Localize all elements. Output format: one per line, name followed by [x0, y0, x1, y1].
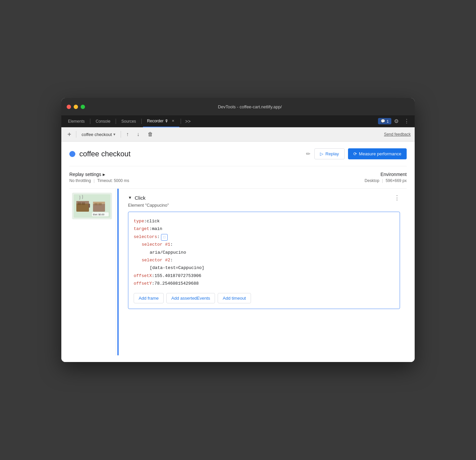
tab-console-label: Console — [96, 119, 110, 124]
tab-recorder[interactable]: Recorder 🎙 ✕ — [143, 115, 179, 127]
sidebar: Etot: $0.00 — [69, 189, 116, 355]
tabs-bar: Elements Console Sources Recorder 🎙 ✕ >>… — [61, 115, 415, 127]
code-selector2-line: selector #2 : — [134, 256, 394, 264]
code-offsety-line: offsetY : 78.25460815429688 — [134, 280, 394, 287]
replay-settings-values: No throttling | Timeout: 5000 ms — [69, 178, 238, 183]
step-content: ▼ Click ⋮ Element "Cappucino" type : cli… — [128, 194, 400, 309]
tab-sources[interactable]: Sources — [117, 115, 140, 127]
trash-icon: 🗑 — [148, 131, 153, 137]
tab-elements[interactable]: Elements — [64, 115, 89, 127]
timeout-value: Timeout: 5000 ms — [97, 178, 129, 183]
tab-elements-label: Elements — [68, 119, 85, 124]
edit-title-button[interactable]: ✏ — [306, 151, 310, 157]
import-button[interactable]: ↓ — [134, 130, 142, 139]
recording-indicator — [69, 151, 75, 157]
code-selectors-colon: : — [157, 233, 160, 241]
svg-rect-3 — [78, 202, 81, 205]
traffic-lights — [67, 105, 85, 109]
feedback-icon: 💬 — [381, 119, 385, 123]
tab-divider-1 — [90, 119, 90, 124]
code-type-line: type : click — [134, 217, 394, 225]
code-offsetx-key: offsetX — [134, 272, 152, 280]
tab-console[interactable]: Console — [92, 115, 114, 127]
feedback-button[interactable]: 💬 1 — [378, 118, 391, 124]
chevron-down-icon: ▾ — [113, 132, 115, 137]
step-item: ▼ Click ⋮ Element "Cappucino" type : cli… — [128, 194, 400, 309]
minimize-button[interactable] — [74, 105, 78, 109]
performance-icon: ⟳ — [353, 151, 357, 156]
code-block: type : click target : main selectors — [128, 212, 400, 309]
svg-rect-8 — [94, 203, 98, 205]
tab-recorder-label: Recorder — [147, 119, 163, 123]
add-recording-button[interactable]: + — [65, 131, 73, 138]
settings-row: Replay settings ▶ No throttling | Timeou… — [69, 166, 407, 189]
delete-button[interactable]: 🗑 — [145, 130, 156, 139]
replay-button[interactable]: ▷ Replay — [314, 148, 344, 159]
code-selector2-val-line: [data-test=Cappucino] — [134, 264, 394, 272]
measure-performance-button[interactable]: ⟳ Measure performance — [348, 148, 407, 159]
toolbar-divider — [76, 131, 76, 138]
env-separator: | — [382, 178, 383, 183]
tab-recorder-close[interactable]: ✕ — [171, 119, 175, 123]
more-tabs-button[interactable]: >> — [182, 119, 193, 124]
code-selectors-key: selectors — [134, 233, 157, 241]
close-button[interactable] — [67, 105, 71, 109]
export-button[interactable]: ↑ — [124, 130, 132, 139]
code-target-line: target : main — [134, 225, 394, 233]
devtools-window: DevTools - coffee-cart.netlify.app/ Elem… — [61, 98, 415, 362]
maximize-button[interactable] — [81, 105, 85, 109]
upload-icon: ↑ — [126, 131, 129, 137]
code-selector1-val: aria/Cappucino — [150, 249, 186, 256]
recording-dropdown-label: coffee checkout — [82, 132, 112, 137]
send-feedback-button[interactable]: Send feedback — [384, 132, 411, 137]
replay-settings-label: Replay settings — [69, 172, 101, 177]
recording-dropdown[interactable]: coffee checkout ▾ — [79, 131, 118, 138]
environment-values: Desktop | 596×669 px — [238, 178, 407, 183]
code-offsety-key: offsetY — [134, 280, 152, 287]
settings-button[interactable]: ⚙ — [391, 118, 401, 124]
header-buttons: ▷ Replay ⟳ Measure performance — [314, 148, 407, 159]
add-timeout-button[interactable]: Add timeout — [218, 293, 251, 303]
code-selector2-val: [data-test=Cappucino] — [150, 264, 204, 272]
code-offsety-val: 78.25460815429688 — [154, 280, 199, 287]
more-options-button[interactable]: ⋮ — [401, 118, 412, 124]
svg-text:Etot: $0.00: Etot: $0.00 — [93, 213, 104, 216]
main-content: Etot: $0.00 ▼ Click ⋮ Element — [69, 189, 407, 355]
thumbnail-image: Etot: $0.00 — [74, 194, 110, 218]
step-type: Click — [135, 195, 146, 201]
desktop-value: Desktop — [365, 178, 379, 183]
window-title: DevTools - coffee-cart.netlify.app/ — [90, 104, 409, 109]
toolbar: + coffee checkout ▾ ↑ ↓ 🗑 Send feedback — [61, 127, 415, 142]
add-frame-button[interactable]: Add frame — [134, 293, 164, 303]
replay-settings-left: Replay settings ▶ No throttling | Timeou… — [69, 172, 238, 183]
code-offsetx-val: 155.40187072753906 — [154, 272, 201, 280]
code-offsetx-colon: : — [152, 272, 155, 280]
replay-settings-right: Environment Desktop | 596×669 px — [238, 172, 407, 183]
action-buttons: Add frame Add assertedEvents Add timeout — [134, 293, 394, 303]
replay-label: Replay — [325, 151, 339, 156]
add-asserted-events-button[interactable]: Add assertedEvents — [166, 293, 215, 303]
download-icon: ↓ — [137, 131, 140, 137]
tab-divider-3 — [141, 119, 142, 124]
code-selectors-line: selectors : ⬚ — [134, 233, 394, 241]
code-type-colon: : — [144, 217, 147, 225]
environment-title: Environment — [238, 172, 407, 177]
collapse-icon[interactable]: ▼ — [128, 195, 132, 200]
code-target-key: target — [134, 225, 149, 233]
code-selector1-val-line: aria/Cappucino — [134, 249, 394, 256]
tab-sources-label: Sources — [121, 119, 136, 124]
recording-title: coffee checkout — [79, 150, 302, 158]
step-area: ▼ Click ⋮ Element "Cappucino" type : cli… — [121, 189, 407, 355]
code-target-val: main — [152, 225, 162, 233]
selector-icon[interactable]: ⬚ — [161, 234, 168, 241]
code-target-colon: : — [149, 225, 152, 233]
step-element: Element "Cappucino" — [128, 203, 400, 208]
thumbnail-svg: Etot: $0.00 — [74, 194, 110, 218]
code-offsety-colon: : — [152, 280, 155, 287]
code-selector2-colon: : — [170, 256, 173, 264]
step-menu-button[interactable]: ⋮ — [394, 194, 400, 201]
measure-label: Measure performance — [359, 151, 401, 156]
toolbar-divider-2 — [121, 131, 121, 138]
thumbnail: Etot: $0.00 — [72, 193, 112, 219]
replay-settings-triangle: ▶ — [103, 173, 105, 176]
